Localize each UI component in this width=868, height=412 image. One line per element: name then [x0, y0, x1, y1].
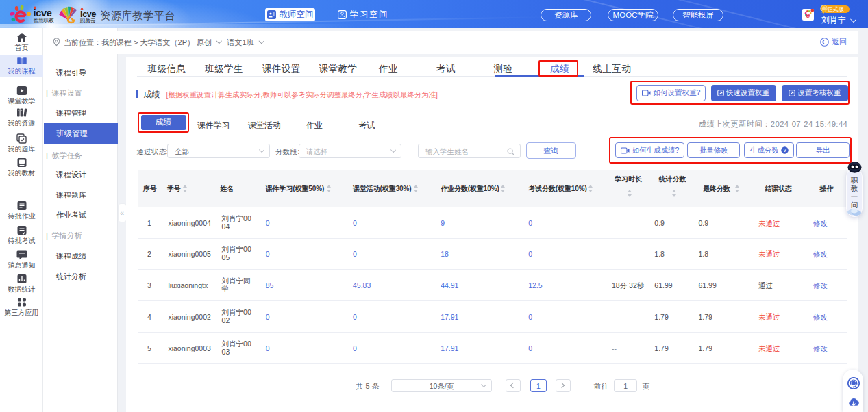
svg-text:职教云: 职教云	[80, 18, 96, 24]
svg-text:e: e	[806, 11, 810, 19]
svg-text:智慧职教: 智慧职教	[34, 17, 55, 23]
